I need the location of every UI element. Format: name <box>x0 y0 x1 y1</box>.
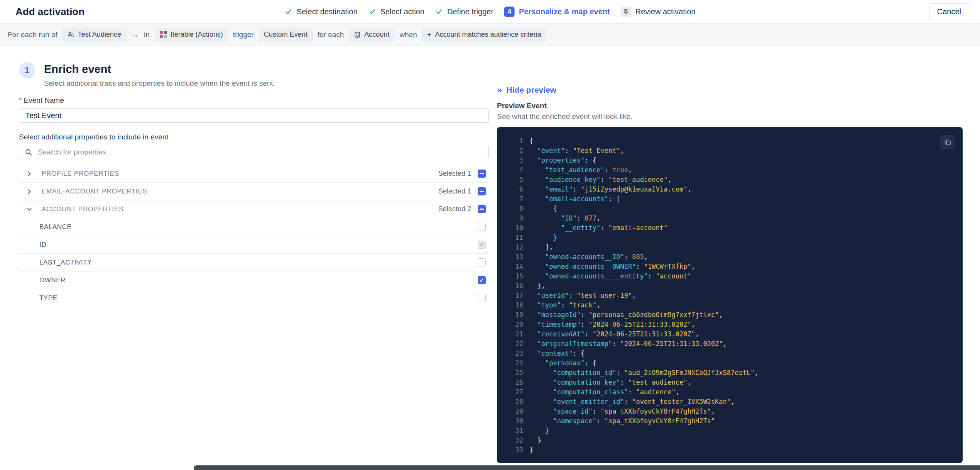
bottom-strip <box>194 465 980 470</box>
property-checkbox[interactable] <box>478 223 486 231</box>
step-1-circle: 1 <box>19 62 35 78</box>
account-icon <box>354 31 361 38</box>
header: Add activation Select destination Select… <box>0 0 980 24</box>
badge-label: Custom Event <box>264 31 308 39</box>
step-number-badge: 5 <box>621 7 631 17</box>
badge-label: Account matches audience criteria <box>435 31 541 39</box>
property-group-email-account[interactable]: EMAIL-ACCOUNT PROPERTIES Selected 1 <box>19 183 489 200</box>
plus-icon: + <box>427 31 432 39</box>
group-label: ACCOUNT PROPERTIES <box>42 205 123 213</box>
code-line: 6 "email": "j15iZysedp@k1euxaIVia.com", <box>507 185 955 194</box>
code-line: 22 "originalTimestamp": "2024-06-25T21:3… <box>507 339 955 349</box>
step-review-activation[interactable]: 5 Review activation <box>621 7 696 17</box>
property-row-id[interactable]: ID <box>19 236 489 254</box>
code-line: 4 "test_audience": true, <box>507 165 955 175</box>
step-select-action[interactable]: Select action <box>368 7 425 16</box>
trigger-text: for each <box>318 31 344 39</box>
criteria-badge[interactable]: + Account matches audience criteria <box>422 28 546 41</box>
field-label-text: Event Name <box>24 96 64 104</box>
code-line: 26 "computation_key": "test_audience", <box>507 378 955 387</box>
step-select-destination[interactable]: Select destination <box>285 7 358 16</box>
trigger-text: when <box>399 31 417 39</box>
selected-count: Selected 1 <box>438 170 471 178</box>
property-label: LAST_ACTIVITY <box>39 259 92 266</box>
event-name-input[interactable] <box>19 109 489 123</box>
check-icon <box>435 8 443 15</box>
property-row-type[interactable]: TYPE <box>19 289 489 307</box>
destination-badge[interactable]: Iterable (Actions) <box>155 28 228 41</box>
entity-badge[interactable]: Account <box>349 28 394 41</box>
property-row-owner[interactable]: OWNER <box>19 271 489 289</box>
property-checkbox[interactable] <box>478 258 486 266</box>
stepper: Select destination Select action Define … <box>285 7 696 17</box>
enrich-section: 1 Enrich event Select additional traits … <box>19 62 489 307</box>
section-subtitle: Select additional traits and properties … <box>44 79 275 88</box>
code-line: 11 } <box>507 233 955 243</box>
property-row-balance[interactable]: BALANCE <box>19 218 489 236</box>
step-define-trigger[interactable]: Define trigger <box>435 7 493 16</box>
code-line: 21 "receivedAt": "2024-06-25T21:31:33.02… <box>507 329 955 339</box>
step-label: Select destination <box>297 7 358 16</box>
code-line: 5 "audience_key": "test_audience", <box>507 175 955 185</box>
code-line: 17 "userId": "test-user-19", <box>507 291 955 300</box>
properties-list: PROFILE PROPERTIES Selected 1 EMAIL-ACCO… <box>19 165 489 307</box>
code-line: 15 "owned-accounts____entity": "account" <box>507 271 955 281</box>
code-line: 10 "__entity": "email-account" <box>507 223 955 233</box>
code-line: 7 "email-accounts": [ <box>507 194 955 204</box>
trigger-text: For each run of <box>8 31 57 39</box>
step-label: Review activation <box>635 7 696 16</box>
selected-count: Selected 1 <box>438 187 471 195</box>
badge-label: Iterable (Actions) <box>171 31 223 39</box>
property-checkbox[interactable] <box>478 276 486 284</box>
audience-badge[interactable]: Test Audience <box>63 28 126 41</box>
main-content: 1 Enrich event Select additional traits … <box>0 46 980 463</box>
badge-label: Test Audience <box>78 31 121 39</box>
copy-button[interactable] <box>940 135 955 149</box>
badge-label: Account <box>364 31 389 39</box>
search-box <box>19 145 489 159</box>
arrow-right-icon: → <box>131 30 139 39</box>
code-preview-panel: 1{2 "event": "Test Event",3 "properties"… <box>497 127 963 463</box>
property-label: TYPE <box>39 294 57 302</box>
code-line: 1{ <box>507 136 955 146</box>
search-icon <box>25 148 32 156</box>
group-label: PROFILE PROPERTIES <box>42 170 119 178</box>
group-label: EMAIL-ACCOUNT PROPERTIES <box>42 188 147 195</box>
code-line: 33} <box>507 445 955 455</box>
property-group-profile[interactable]: PROFILE PROPERTIES Selected 1 <box>19 165 489 183</box>
code-line: 18 "type": "track", <box>507 300 955 310</box>
chevron-down-icon <box>27 207 34 212</box>
code-line: 13 "owned-accounts__ID": 885, <box>507 252 955 262</box>
code-lines: 1{2 "event": "Test Event",3 "properties"… <box>507 136 955 455</box>
iterable-icon <box>160 31 167 38</box>
code-line: 14 "owned-accounts__OWNER": "1WCWrTXfkp"… <box>507 262 955 271</box>
audience-icon <box>68 31 74 38</box>
event-badge[interactable]: Custom Event <box>259 28 313 41</box>
group-checkbox[interactable] <box>478 187 486 195</box>
code-line: 31 } <box>507 426 955 436</box>
property-group-account[interactable]: ACCOUNT PROPERTIES Selected 2 <box>19 200 489 218</box>
code-line: 24 "personas": { <box>507 358 955 368</box>
trigger-summary-bar: For each run of Test Audience → in Itera… <box>0 24 980 46</box>
check-icon <box>368 8 376 15</box>
required-marker: * <box>19 96 22 104</box>
selected-count: Selected 2 <box>438 205 471 213</box>
search-input[interactable] <box>19 145 489 159</box>
step-personalize-map-event[interactable]: 4 Personalize & map event <box>504 7 610 17</box>
property-row-last-activity[interactable]: LAST_ACTIVITY <box>19 254 489 271</box>
property-checkbox[interactable] <box>478 294 486 302</box>
group-checkbox[interactable] <box>478 205 486 213</box>
check-icon <box>285 8 292 15</box>
section-title: Enrich event <box>44 63 275 76</box>
preview-section: » Hide preview Preview Event See what th… <box>497 85 963 463</box>
property-checkbox[interactable] <box>478 241 486 249</box>
cancel-button[interactable]: Cancel <box>929 3 969 20</box>
hide-preview-link[interactable]: » Hide preview <box>497 85 963 95</box>
group-checkbox[interactable] <box>478 170 486 178</box>
step-label: Select action <box>380 7 425 16</box>
code-line: 19 "messageId": "personas_cb6zdbo6im9g7x… <box>507 310 955 320</box>
code-line: 2 "event": "Test Event", <box>507 146 955 156</box>
code-line: 20 "timestamp": "2024-06-25T21:31:33.020… <box>507 320 955 329</box>
step-label: Define trigger <box>447 7 493 16</box>
code-line: 25 "computation_id": "aud_2iO9m2gSFmJNXC… <box>507 368 955 378</box>
